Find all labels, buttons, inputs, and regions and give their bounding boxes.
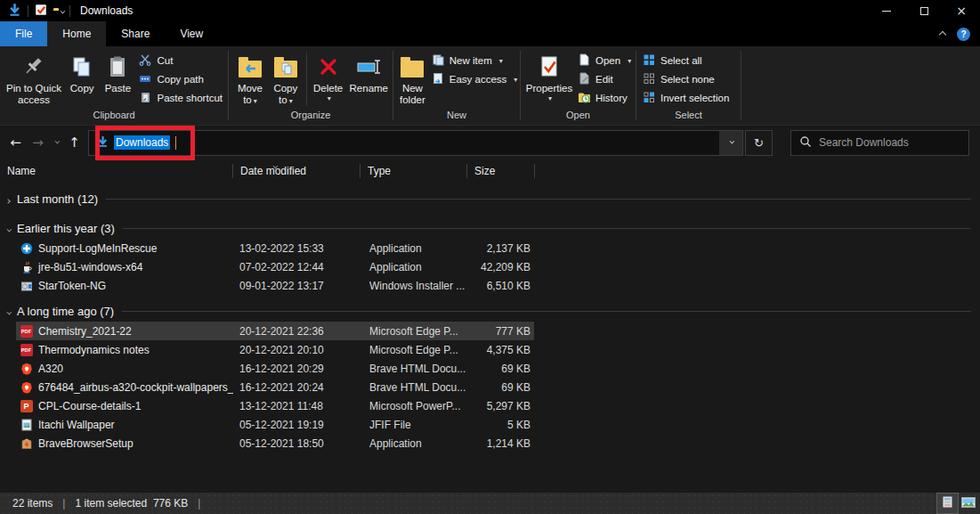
group-header-a-long-time-ago[interactable]: A long time ago (7) (0, 300, 980, 322)
dropdown-icon: ▾ (514, 76, 517, 84)
file-list: Last month (12) Earlier this year (3) Su… (0, 188, 980, 453)
file-date: 09-01-2022 13:17 (233, 280, 362, 292)
move-to-label-line1: Move (238, 83, 263, 94)
dropdown-icon: ▾ (499, 57, 503, 65)
help-icon[interactable]: ? (957, 28, 970, 41)
details-view-toggle[interactable] (937, 494, 958, 513)
file-row[interactable]: Support-LogMeInRescue 13-02-2022 15:33 A… (0, 239, 980, 257)
details-view-icon (943, 496, 952, 510)
column-header-name[interactable]: Name (0, 159, 233, 183)
open-label: Open (595, 55, 620, 67)
tab-file[interactable]: File (0, 21, 47, 46)
tab-view[interactable]: View (165, 21, 218, 46)
file-name: Support-LogMeInRescue (38, 242, 157, 255)
easy-access-button[interactable]: Easy access ▾ (428, 70, 522, 89)
search-box[interactable] (790, 130, 969, 156)
delete-button[interactable]: Delete ▾ (310, 49, 347, 104)
thumbnails-view-toggle[interactable] (958, 494, 978, 513)
minimize-button[interactable] (868, 0, 905, 21)
select-all-label: Select all (660, 55, 702, 67)
select-all-button[interactable]: Select all (640, 52, 733, 70)
divider (122, 311, 971, 312)
file-date: 20-12-2021 20:10 (233, 344, 362, 356)
rename-button[interactable]: Rename (347, 49, 391, 96)
file-name: BraveBrowserSetup (38, 437, 134, 450)
column-header-date-modified[interactable]: Date modified (233, 159, 360, 183)
divider (69, 5, 70, 17)
minimize-icon (882, 11, 891, 12)
qat-customize-chevron-icon[interactable] (60, 4, 63, 17)
back-button[interactable]: ← (4, 131, 27, 154)
collapse-ribbon-icon[interactable] (940, 28, 945, 40)
copy-path-button[interactable]: Copy path (135, 70, 226, 89)
file-row[interactable]: A320 16-12-2021 20:29 Brave HTML Docu...… (0, 359, 980, 378)
edit-button[interactable]: Edit (574, 70, 635, 89)
paste-shortcut-button[interactable]: Paste shortcut (135, 89, 226, 108)
divider (123, 228, 971, 229)
thumbnails-view-icon (961, 497, 976, 510)
refresh-button[interactable]: ↻ (745, 130, 773, 156)
pin-to-quick-access-button[interactable]: Pin to Quick access (4, 49, 64, 108)
rename-label: Rename (350, 83, 388, 94)
file-row[interactable]: 676484_airbus-a320-cockpit-wallpapers_..… (0, 378, 980, 396)
tab-share[interactable]: Share (106, 21, 165, 46)
maximize-icon (920, 7, 928, 15)
file-date: 16-12-2021 20:24 (233, 381, 362, 394)
properties-button[interactable]: Properties ▾ (524, 49, 574, 104)
file-type: Microsoft Edge P... (362, 344, 467, 356)
recent-locations-chevron-icon[interactable] (49, 141, 63, 144)
history-button[interactable]: History (574, 89, 635, 108)
cut-label: Cut (157, 55, 173, 67)
address-field[interactable]: Downloads (88, 130, 743, 156)
copy-button[interactable]: Copy (64, 49, 100, 96)
column-header-type[interactable]: Type (360, 159, 467, 183)
copy-to-icon (274, 51, 297, 83)
open-button[interactable]: Open ▾ (574, 52, 635, 70)
file-row[interactable]: StarToken-NG 09-01-2022 13:17 Windows In… (0, 276, 980, 295)
group-header-last-month[interactable]: Last month (12) (0, 188, 980, 209)
file-row-selected[interactable]: PDFChemistry_2021-22 20-12-2021 22:36 Mi… (0, 322, 980, 340)
select-none-button[interactable]: Select none (640, 70, 733, 89)
column-header-size[interactable]: Size (467, 159, 535, 183)
chevron-right-icon (6, 192, 10, 206)
up-button[interactable]: ↑ (63, 131, 85, 154)
file-row[interactable]: jre-8u51-windows-x64 07-02-2022 12:44 Ap… (0, 257, 980, 276)
tab-home[interactable]: Home (47, 21, 106, 46)
file-row[interactable]: BraveBrowserSetup 05-12-2021 18:50 Appli… (0, 434, 980, 453)
new-folder-button[interactable]: New folder (397, 49, 428, 108)
dropdown-icon: ▾ (289, 97, 293, 105)
file-row[interactable]: Itachi Wallpaper 05-12-2021 19:19 JFIF F… (0, 415, 980, 434)
file-type: Application (362, 261, 467, 273)
invert-selection-button[interactable]: Invert selection (640, 89, 733, 108)
quick-access-toolbar (0, 0, 70, 21)
paste-button[interactable]: Paste (100, 49, 135, 96)
forward-button[interactable]: → (27, 131, 49, 154)
new-item-button[interactable]: New item ▾ (428, 52, 522, 70)
move-to-button[interactable]: Move to▾ (232, 49, 268, 109)
easy-access-label: Easy access (450, 74, 507, 86)
open-icon (578, 53, 590, 69)
dropdown-icon: ▾ (254, 97, 257, 105)
ribbon-group-clipboard: Pin to Quick access Copy Paste (0, 46, 228, 125)
address-bar: ← → ↑ Downloads ↻ (0, 126, 980, 159)
properties-icon (538, 51, 561, 83)
maximize-button[interactable] (905, 0, 943, 21)
ribbon-group-select: Select all Select none Invert selection … (636, 46, 741, 125)
file-row[interactable]: PDFThermodynamics notes 20-12-2021 20:10… (0, 340, 980, 359)
address-dropdown-chevron-icon[interactable] (719, 131, 742, 155)
group-header-earlier-this-year[interactable]: Earlier this year (3) (0, 217, 980, 239)
copy-to-button[interactable]: Copy to▾ (268, 49, 304, 109)
cut-button[interactable]: Cut (135, 52, 226, 70)
file-name: CPL-Course-details-1 (38, 400, 141, 412)
file-size: 5,297 KB (467, 400, 535, 412)
file-row[interactable]: PCPL-Course-details-1 13-12-2021 11:48 M… (0, 396, 980, 415)
close-button[interactable]: × (943, 0, 980, 21)
search-input[interactable] (819, 136, 960, 149)
properties-quick-icon[interactable] (35, 4, 47, 19)
file-date: 13-12-2021 11:48 (233, 400, 362, 412)
close-icon: × (956, 4, 967, 17)
edit-icon (578, 72, 590, 87)
file-size: 69 KB (467, 363, 535, 375)
copy-to-label-line1: Copy (273, 83, 297, 94)
file-name: jre-8u51-windows-x64 (38, 261, 142, 273)
